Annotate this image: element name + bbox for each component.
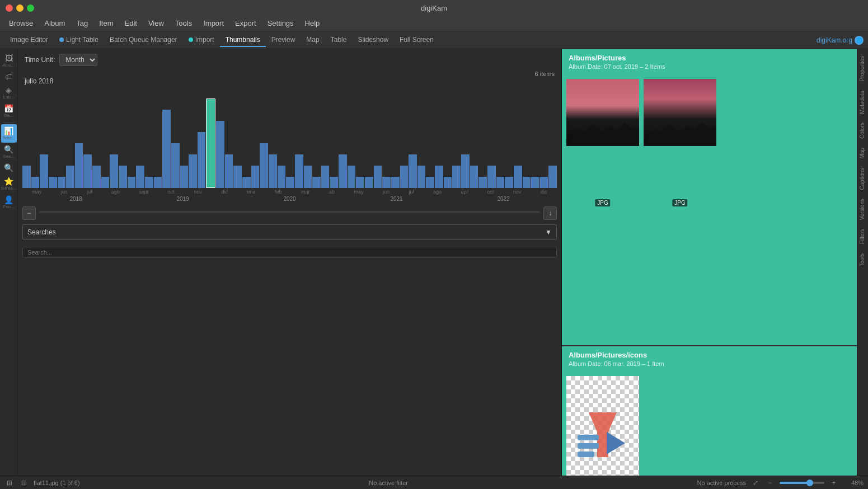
right-sidebar-tab-map[interactable]: Map	[857, 143, 868, 163]
chart-bar-12[interactable]	[128, 177, 136, 188]
time-unit-select[interactable]: Month Day Year	[59, 54, 97, 66]
chart-bar-46[interactable]	[426, 177, 434, 188]
chart-bar-1[interactable]	[31, 177, 40, 188]
chart-bar-17[interactable]	[171, 143, 180, 188]
chart-bar-41[interactable]	[382, 177, 391, 188]
search-input[interactable]	[22, 247, 557, 258]
zoom-in-button[interactable]: +	[829, 478, 839, 488]
chart-bar-16[interactable]	[162, 110, 171, 188]
zoom-out-button[interactable]: −	[765, 478, 775, 488]
chart-bar-13[interactable]	[136, 166, 144, 188]
tab-batch-queue[interactable]: Batch Queue Manager	[104, 34, 183, 47]
tab-full-screen[interactable]: Full Screen	[394, 34, 439, 47]
sidebar-item-people[interactable]: 👤Peo...	[1, 193, 17, 211]
chart-bar-40[interactable]	[374, 166, 382, 188]
chart-bar-5[interactable]	[66, 166, 74, 188]
tab-map[interactable]: Map	[301, 34, 325, 47]
chart-bar-10[interactable]	[110, 154, 118, 188]
chart-bar-57[interactable]	[523, 177, 531, 188]
chart-bar-25[interactable]	[242, 177, 251, 188]
right-sidebar-tab-filters[interactable]: Filters	[857, 224, 868, 248]
sidebar-item-dates[interactable]: 📅Da...	[1, 102, 17, 120]
menu-item-item[interactable]: Item	[95, 18, 118, 29]
chart-bar-50[interactable]	[461, 154, 470, 188]
digikam-org-link[interactable]: digiKam.org🌐	[817, 36, 864, 45]
chart-bar-53[interactable]	[487, 166, 496, 188]
chart-bar-22[interactable]	[216, 121, 224, 188]
chart-bar-34[interactable]	[321, 166, 330, 188]
chart-bar-28[interactable]	[269, 154, 277, 188]
minimize-button[interactable]	[16, 4, 24, 12]
chart-bar-15[interactable]	[154, 177, 162, 188]
tab-preview[interactable]: Preview	[266, 34, 301, 47]
close-button[interactable]	[6, 4, 13, 12]
chart-bar-21[interactable]	[206, 98, 215, 188]
chart-bar-23[interactable]	[225, 154, 233, 188]
sidebar-item-tags[interactable]: 🏷	[1, 70, 17, 83]
chart-bar-0[interactable]	[22, 166, 31, 188]
sidebar-item-fuzzy[interactable]: 🔍	[1, 161, 17, 175]
menu-item-tools[interactable]: Tools	[171, 18, 196, 29]
chart-bar-31[interactable]	[295, 154, 303, 188]
tab-light-table[interactable]: Light Table	[54, 34, 104, 47]
chart-bar-54[interactable]	[496, 177, 505, 188]
tab-slideshow[interactable]: Slideshow	[352, 34, 394, 47]
chart-bar-48[interactable]	[444, 177, 452, 188]
chart-bar-45[interactable]	[417, 166, 426, 188]
tab-import[interactable]: Import	[183, 34, 220, 47]
chart-bar-32[interactable]	[304, 166, 312, 188]
chart-bar-59[interactable]	[540, 177, 548, 188]
chart-bar-29[interactable]	[278, 166, 286, 188]
chart-bar-7[interactable]	[83, 154, 92, 188]
status-grid-icon[interactable]: ⊞	[4, 478, 15, 488]
chart-bar-18[interactable]	[180, 166, 189, 188]
status-layout-icon[interactable]: ⊟	[19, 478, 29, 488]
menu-item-import[interactable]: Import	[199, 18, 228, 29]
chart-bar-38[interactable]	[356, 177, 364, 188]
chart-bar-52[interactable]	[478, 177, 487, 188]
chart-bar-6[interactable]	[75, 143, 83, 188]
searches-dropdown[interactable]: Searches ▼	[22, 224, 557, 240]
chart-bar-39[interactable]	[365, 177, 373, 188]
menu-item-view[interactable]: View	[144, 18, 168, 29]
sidebar-item-timeline[interactable]: 📊Time...	[1, 124, 17, 143]
chart-zoom-in-button[interactable]: ↓	[543, 206, 557, 220]
chart-scroll[interactable]	[39, 211, 540, 213]
sidebar-item-search[interactable]: 🔍Sea...	[1, 143, 17, 161]
chart-bar-51[interactable]	[470, 166, 478, 188]
menu-item-album[interactable]: Album	[40, 18, 69, 29]
thumbnail-item[interactable]: JPG	[644, 79, 716, 208]
tab-thumbnails[interactable]: Thumbnails	[220, 34, 266, 47]
chart-bar-33[interactable]	[312, 177, 321, 188]
chart-bar-47[interactable]	[435, 166, 443, 188]
chart-bar-8[interactable]	[92, 166, 101, 188]
chart-bar-20[interactable]	[198, 132, 206, 188]
thumbnail-item-png[interactable]: PNG	[566, 376, 639, 476]
chart-bar-49[interactable]	[452, 166, 461, 188]
chart-bar-42[interactable]	[391, 177, 400, 188]
chart-bar-37[interactable]	[348, 166, 356, 188]
menu-item-settings[interactable]: Settings	[263, 18, 298, 29]
chart-bar-27[interactable]	[260, 143, 268, 188]
sidebar-item-labels[interactable]: ◈Lab...	[1, 83, 17, 102]
chart-bar-2[interactable]	[40, 154, 48, 188]
chart-bar-9[interactable]	[101, 177, 110, 188]
chart-zoom-out-button[interactable]: −	[22, 206, 36, 220]
maximize-button[interactable]	[27, 4, 34, 12]
chart-bar-60[interactable]	[548, 166, 557, 188]
zoom-fit-button[interactable]: ⤢	[750, 478, 761, 488]
tab-table[interactable]: Table	[325, 34, 353, 47]
right-sidebar-tab-captions[interactable]: Captions	[857, 163, 868, 194]
chart-bar-24[interactable]	[233, 166, 242, 188]
chart-bar-26[interactable]	[251, 166, 260, 188]
chart-bar-30[interactable]	[286, 177, 294, 188]
right-sidebar-tab-colors[interactable]: Colors	[857, 118, 868, 143]
right-sidebar-tab-metadata[interactable]: Metadata	[857, 86, 868, 119]
right-sidebar-tab-versions[interactable]: Versions	[857, 194, 868, 224]
menu-item-tag[interactable]: Tag	[72, 18, 92, 29]
menu-item-edit[interactable]: Edit	[120, 18, 141, 29]
menu-item-help[interactable]: Help	[301, 18, 325, 29]
sidebar-item-albums[interactable]: 🖼Albu...	[1, 51, 17, 70]
tab-image-editor[interactable]: Image Editor	[4, 34, 54, 47]
chart-bar-56[interactable]	[514, 166, 522, 188]
